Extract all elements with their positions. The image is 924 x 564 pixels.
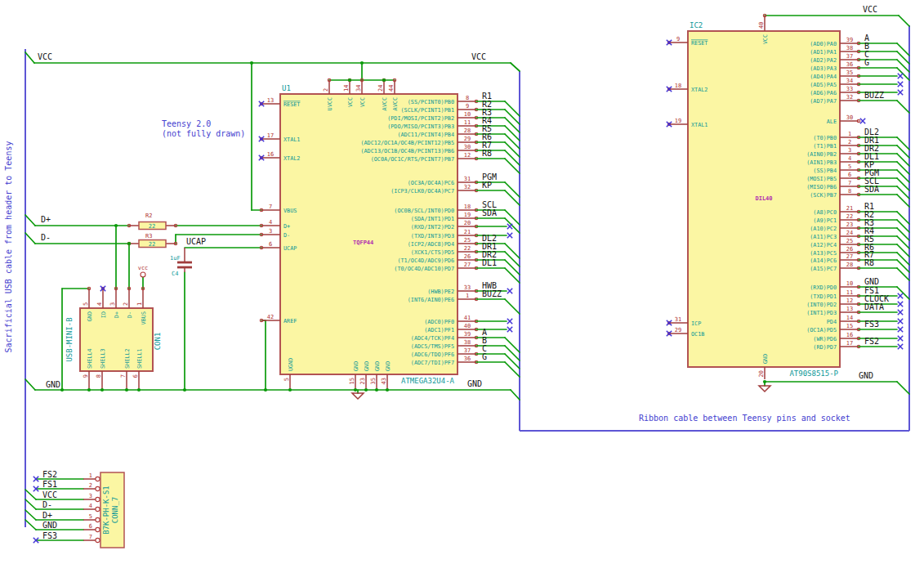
pin-name: (TXD/INT3)PD3 — [411, 233, 454, 239]
pin-number: 16 — [846, 332, 853, 338]
pin-name: (SDA/INT1)PD1 — [411, 216, 454, 222]
junction-dot — [60, 388, 64, 392]
pin-name: (OC1A)PD5 — [806, 327, 837, 333]
wire — [505, 101, 520, 116]
pin-number: 1 — [466, 293, 469, 299]
pin-name: GND — [385, 361, 391, 371]
junction-dot — [375, 388, 378, 392]
pin-number: 29 — [464, 136, 471, 142]
wire — [25, 215, 35, 226]
value-label: USB-MINI-B — [65, 317, 74, 361]
vcc-icon — [141, 272, 145, 277]
pin-number: 9 — [83, 374, 89, 378]
pin-number: 17 — [846, 340, 853, 347]
pin-number: 25 — [846, 238, 853, 244]
schematic-canvas[interactable]: 13RESET17XTAL116XTAL27VBUS4D+3D-6UCAP42A… — [0, 0, 924, 564]
wire — [505, 244, 520, 258]
net-label: G — [864, 58, 869, 67]
wire — [899, 16, 909, 26]
junction-dot — [348, 78, 351, 82]
pin-name: VBUS — [141, 311, 147, 325]
text-label: VCC — [471, 52, 486, 61]
pin-name: (ADC13/OC1B/OC4B/PCINT13)PB6 — [360, 148, 454, 154]
pin-number: 8 — [848, 188, 851, 195]
wire — [505, 338, 520, 352]
wire — [505, 210, 520, 225]
pin-name: (ADC1)PF1 — [424, 327, 454, 333]
wire — [505, 268, 520, 283]
pin-name: GND — [762, 354, 769, 364]
junction-dot — [364, 388, 368, 392]
pin-number: 1 — [136, 302, 143, 306]
wire — [505, 150, 520, 165]
pin-number: 15 — [349, 378, 355, 384]
pin-number: 2 — [89, 482, 92, 489]
pin-number: 4 — [89, 503, 92, 509]
pin-number: 22 — [846, 213, 853, 220]
pin-name: (T0/OC4D/ADC10)PD7 — [394, 266, 454, 272]
note-text: Sacrificial USB cable from header to Tee… — [4, 141, 13, 353]
pin-number: 14 — [343, 85, 350, 92]
pin-number: 36 — [846, 61, 853, 68]
net-label: D- — [42, 500, 52, 509]
pin-name: (ADC11/PCINT4)PB4 — [397, 132, 454, 138]
text-label: 1uF — [170, 255, 181, 262]
pin-number: 8 — [466, 95, 469, 101]
pin-number: 21 — [846, 205, 853, 212]
reference-label: ATMEGA32U4-A — [401, 377, 455, 385]
pin-name: (OC3A/OC4A)PC6 — [408, 180, 454, 186]
pin-name: (SCLK/PCINT1)PB1 — [401, 107, 454, 114]
pin-number: 16 — [267, 151, 274, 158]
text-label: GND — [46, 380, 60, 389]
pin-name: VCC — [359, 97, 366, 107]
net-label: R8 — [482, 149, 492, 158]
pin-name: SHELL1 — [136, 348, 143, 369]
wire — [505, 346, 520, 360]
pin-number: 37 — [464, 347, 471, 354]
pin-name: (A13)PC5 — [810, 250, 837, 257]
pin-number: 18 — [464, 204, 471, 210]
pin-name: (T0)PB0 — [813, 135, 837, 141]
wire — [505, 190, 520, 205]
text-label: UCAP — [186, 237, 206, 246]
wire — [511, 390, 520, 400]
pin-name: GND — [87, 311, 93, 321]
wire — [505, 110, 520, 124]
wire — [25, 499, 36, 509]
pin-number: 35 — [370, 378, 377, 384]
pin-number: 5 — [83, 302, 89, 306]
text-label: D- — [41, 233, 51, 242]
wire — [505, 118, 520, 132]
pin-name: (AD5)PA5 — [810, 82, 837, 88]
pin-name: XTAL1 — [691, 122, 708, 128]
wire — [25, 510, 36, 520]
wire — [505, 218, 520, 233]
pin-number: 12 — [846, 298, 853, 304]
text-label: DIL40 — [755, 195, 772, 202]
pin-name: D- — [283, 232, 290, 239]
pin-number: 24 — [377, 85, 384, 92]
junction-dot — [264, 388, 267, 392]
pin-name: GND — [353, 361, 359, 371]
net-label: GND — [864, 277, 879, 286]
pin-name: (ADC12/OC1A/OC4B/PCINT12)PB5 — [360, 140, 454, 146]
pin-number: 6 — [269, 241, 272, 248]
pin-name: (AD6)PA6 — [810, 90, 837, 96]
pin-name: AVCC — [392, 97, 399, 110]
wire — [505, 354, 520, 369]
pin-number: 7 — [89, 534, 92, 540]
pin-number: 6 — [132, 374, 139, 378]
pin-number: 23 — [846, 222, 853, 228]
pin-name: (AD4)PA4 — [810, 74, 837, 80]
pin-name: (OC0B/SCL/INT0)PD0 — [394, 208, 454, 214]
pin-name: VCC — [347, 97, 354, 107]
pin-name: (RD)PD7 — [813, 344, 837, 351]
pin-name: UGND — [288, 358, 294, 371]
net-label: D+ — [42, 511, 52, 520]
pin-name: (A15)PC7 — [810, 266, 837, 272]
pin-number: 2 — [323, 88, 329, 92]
pin-number: 3 — [848, 147, 851, 154]
pin-number: 8 — [96, 374, 102, 378]
pin-name: (AIN0)PB2 — [806, 151, 837, 158]
pin-name: (ADC0)PF0 — [424, 319, 454, 325]
